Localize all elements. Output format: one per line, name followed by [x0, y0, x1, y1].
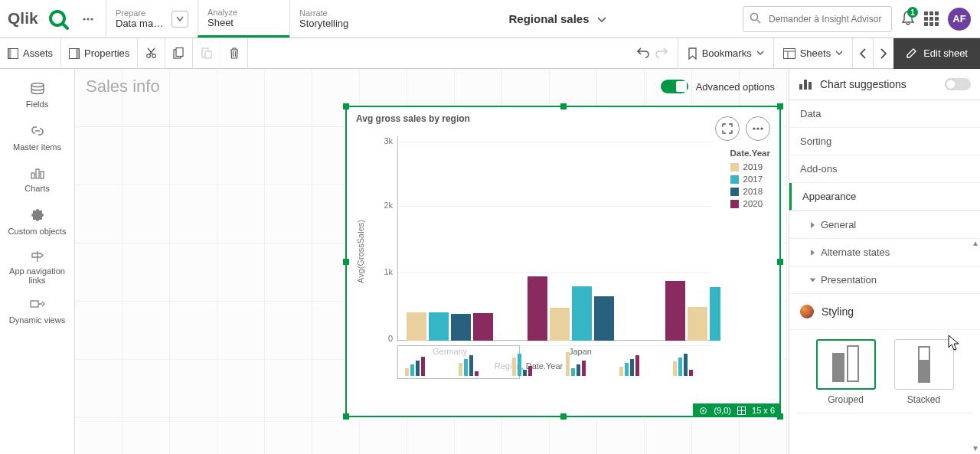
coord-size: 15 x 6 — [752, 406, 775, 415]
palette-icon — [800, 305, 814, 318]
scroll-up-arrow[interactable]: ▲ — [972, 239, 979, 247]
sheet-title[interactable]: Sales info — [86, 77, 160, 96]
section-addons[interactable]: Add-ons — [789, 155, 980, 183]
sheets-button[interactable]: Sheets — [773, 38, 852, 69]
legend-item[interactable]: 2018 — [730, 187, 770, 196]
chevron-down-icon[interactable] — [597, 12, 606, 25]
minimap-bar — [619, 367, 623, 376]
resize-handle[interactable] — [777, 259, 783, 265]
minimap-bar — [630, 359, 634, 376]
cut-button[interactable] — [138, 38, 165, 69]
delete-button[interactable] — [220, 38, 248, 69]
rail-app-nav-links[interactable]: App navigation links — [0, 243, 74, 292]
notifications-button[interactable]: 1 — [901, 10, 915, 28]
bar[interactable] — [407, 312, 426, 341]
advanced-options-label: Advanced options — [696, 81, 775, 93]
app-launcher-icon[interactable] — [924, 11, 939, 26]
paste-button — [193, 38, 220, 69]
section-sorting[interactable]: Sorting — [789, 128, 980, 155]
rail-fields-label: Fields — [26, 100, 48, 109]
fullscreen-button[interactable] — [715, 116, 740, 141]
bar[interactable] — [710, 287, 720, 341]
app-title: Regional sales — [508, 12, 589, 25]
svg-rect-11 — [76, 48, 80, 58]
bar-chart-object[interactable]: Avg gross sales by region Date.Year 2019… — [345, 106, 781, 417]
bar[interactable] — [572, 286, 592, 341]
minimap-bar — [464, 359, 468, 376]
rail-charts[interactable]: Charts — [0, 159, 74, 201]
chevron-down-icon — [835, 51, 843, 56]
scroll-down-arrow[interactable]: ▼ — [972, 444, 979, 452]
bar[interactable] — [429, 312, 449, 341]
bar[interactable] — [473, 313, 493, 341]
bar[interactable] — [688, 307, 707, 341]
bar[interactable] — [528, 276, 547, 341]
prev-sheet-button[interactable] — [852, 38, 873, 69]
appearance-presentation[interactable]: Presentation — [789, 266, 980, 294]
section-appearance[interactable]: Appearance — [789, 183, 980, 211]
legend-title: Date.Year — [730, 149, 770, 158]
rail-dynamic-label: Dynamic views — [9, 315, 65, 325]
chart-suggestions-toggle[interactable] — [945, 78, 971, 90]
resize-handle[interactable] — [343, 103, 349, 109]
section-data[interactable]: Data — [789, 100, 980, 128]
undo-button[interactable] — [636, 46, 650, 60]
bar[interactable] — [550, 308, 570, 341]
resize-handle[interactable] — [777, 103, 783, 109]
legend-label: 2018 — [743, 187, 763, 196]
next-sheet-button[interactable] — [873, 38, 893, 69]
appearance-general[interactable]: General — [789, 211, 980, 239]
minimap-bar — [577, 364, 580, 376]
rail-dynamic-views[interactable]: Dynamic views — [0, 292, 74, 332]
minimap-bar — [416, 361, 420, 376]
rail-custom-objects[interactable]: Custom objects — [0, 201, 74, 243]
resize-handle[interactable] — [343, 259, 349, 265]
bar[interactable] — [665, 281, 685, 341]
chevron-right-icon — [880, 48, 887, 59]
svg-rect-20 — [783, 48, 795, 58]
nav-prepare-label: Prepare — [116, 8, 167, 18]
legend-item[interactable]: 2017 — [730, 175, 770, 184]
advanced-options-toggle[interactable] — [661, 80, 688, 93]
resize-handle[interactable] — [560, 103, 567, 109]
appearance-alternate-states[interactable]: Alternate states — [789, 239, 980, 266]
legend-item[interactable]: 2019 — [730, 162, 770, 171]
chevron-down-icon[interactable] — [172, 11, 188, 28]
minimap-bar — [528, 366, 532, 376]
edit-sheet-button[interactable]: Edit sheet — [893, 38, 980, 69]
expand-icon — [722, 123, 733, 134]
chart-minimap[interactable] — [397, 345, 710, 379]
rail-master-items[interactable]: Master items — [0, 116, 74, 159]
styling-button[interactable]: Styling — [789, 294, 980, 330]
assets-button[interactable]: Assets — [0, 38, 61, 69]
minimap-bar — [566, 352, 570, 376]
y-axis-label: Avg(GrossSales) — [356, 220, 365, 283]
nav-prepare[interactable]: Prepare Data man... — [106, 0, 198, 38]
sheet-canvas[interactable]: Sales info Advanced options Avg gross sa… — [75, 69, 789, 454]
chart-more-button[interactable] — [746, 116, 770, 141]
nav-narrate[interactable]: Narrate Storytelling — [289, 0, 381, 38]
legend-item[interactable]: 2020 — [730, 199, 770, 208]
copy-button[interactable] — [165, 38, 193, 69]
insight-search-input[interactable] — [767, 13, 885, 25]
insight-search[interactable] — [743, 6, 892, 32]
svg-point-28 — [753, 127, 755, 129]
avatar[interactable]: AF — [948, 8, 971, 31]
chevron-left-icon — [859, 48, 867, 59]
global-more-icon[interactable] — [78, 9, 98, 29]
layout-stacked[interactable]: Stacked — [894, 339, 954, 405]
redo-button[interactable] — [655, 46, 668, 60]
layout-grouped[interactable]: Grouped — [816, 339, 876, 405]
qlik-logo[interactable]: Qlik — [8, 8, 70, 30]
resize-handle[interactable] — [560, 413, 567, 420]
bookmarks-button[interactable]: Bookmarks — [678, 38, 773, 69]
rail-fields[interactable]: Fields — [0, 75, 74, 116]
resize-handle[interactable] — [343, 413, 349, 420]
signpost-icon — [30, 251, 45, 262]
nav-analyze[interactable]: Analyze Sheet — [198, 0, 289, 38]
bar[interactable] — [451, 314, 471, 341]
minimap-bar — [635, 355, 639, 376]
more-icon — [753, 127, 763, 130]
bar[interactable] — [594, 296, 614, 341]
properties-button[interactable]: Properties — [61, 38, 138, 69]
